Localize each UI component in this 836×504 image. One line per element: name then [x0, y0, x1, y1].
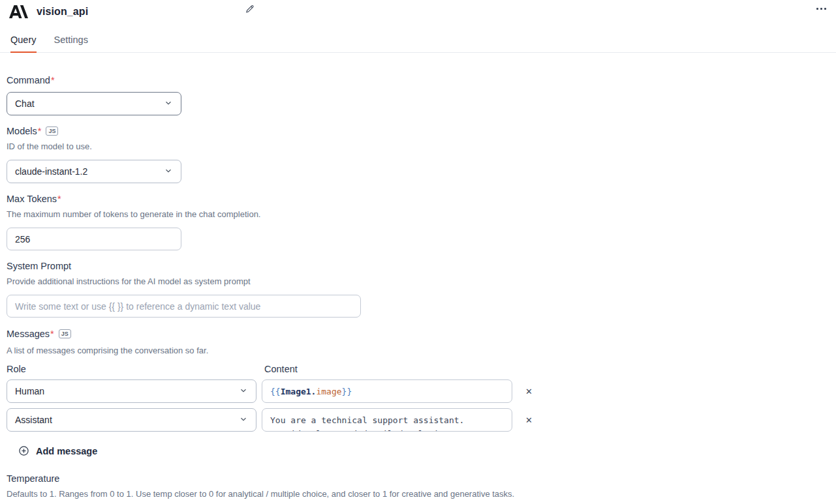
app-root: vision_api Query Settings [0, 0, 836, 504]
page-title: vision_api [37, 6, 88, 18]
models-label: Models* JS [7, 126, 829, 136]
command-select-value: Chat [15, 98, 35, 109]
required-asterisk: * [57, 194, 61, 204]
messages-column-headers: Role Content [7, 364, 829, 374]
pencil-icon [245, 6, 255, 16]
template-property: image [316, 387, 341, 396]
content-column-header: Content [262, 364, 298, 374]
max-tokens-input[interactable] [7, 228, 181, 250]
system-prompt-input[interactable] [7, 295, 361, 318]
command-field: Command* Chat [7, 75, 829, 115]
max-tokens-field: Max Tokens* The maximum number of tokens… [7, 194, 829, 250]
chevron-down-icon [164, 166, 173, 177]
models-field: Models* JS ID of the model to use. claud… [7, 126, 829, 183]
tab-query[interactable]: Query [10, 35, 37, 53]
chevron-down-icon [239, 415, 248, 426]
tab-settings[interactable]: Settings [54, 35, 88, 52]
anthropic-logo [9, 5, 28, 18]
system-prompt-field: System Prompt Provide additional instruc… [7, 261, 829, 318]
remove-message-button[interactable]: ✕ [523, 413, 535, 427]
messages-helper-text: A list of messages comprising the conver… [7, 346, 829, 355]
temperature-helper-text: Defaults to 1. Ranges from 0 to 1. Use t… [7, 489, 829, 499]
command-label: Command* [7, 75, 829, 85]
close-icon: ✕ [525, 415, 533, 425]
js-badge[interactable]: JS [46, 126, 58, 136]
message-content-input[interactable]: You are a technical support assistant. P… [262, 408, 512, 432]
messages-field: Messages* JS A list of messages comprisi… [7, 329, 829, 458]
message-row: Human {{Image1.image}} ✕ [7, 379, 829, 403]
messages-label: Messages* JS [7, 329, 829, 339]
tab-settings-label: Settings [54, 35, 88, 45]
plus-circle-icon [18, 445, 29, 456]
add-message-button[interactable]: Add message [17, 444, 99, 458]
ellipsis-icon [816, 8, 826, 10]
system-prompt-label: System Prompt [7, 261, 829, 271]
required-asterisk: * [51, 75, 55, 85]
role-column-header: Role [7, 364, 262, 374]
header-bar: vision_api [0, 0, 836, 20]
required-asterisk: * [38, 126, 42, 136]
temperature-label: Temperature [7, 473, 829, 484]
add-message-label: Add message [36, 446, 97, 456]
more-options-button[interactable] [814, 6, 828, 12]
edit-title-button[interactable] [243, 3, 256, 16]
message-row: Assistant You are a technical support as… [7, 408, 829, 432]
required-asterisk: * [50, 329, 54, 339]
models-helper-text: ID of the model to use. [7, 141, 829, 151]
js-badge[interactable]: JS [59, 329, 71, 338]
role-select-assistant[interactable]: Assistant [7, 408, 256, 432]
template-object: Image1. [281, 387, 317, 396]
system-prompt-helper-text: Provide additional instructions for the … [7, 276, 829, 286]
template-brace-close: }} [342, 387, 352, 396]
role-select-value: Assistant [15, 415, 52, 425]
role-select-value: Human [15, 386, 44, 396]
command-select[interactable]: Chat [7, 92, 181, 115]
chevron-down-icon [164, 98, 173, 110]
max-tokens-label: Max Tokens* [7, 194, 829, 204]
query-form: Command* Chat Models* JS ID of the model… [0, 53, 836, 504]
models-select[interactable]: claude-instant-1.2 [7, 160, 181, 183]
template-brace-open: {{ [270, 387, 281, 396]
tab-query-label: Query [10, 35, 37, 45]
close-icon: ✕ [525, 387, 533, 396]
temperature-field: Temperature Defaults to 1. Ranges from 0… [7, 473, 829, 504]
max-tokens-helper-text: The maximum number of tokens to generate… [7, 209, 829, 219]
chevron-down-icon [239, 386, 248, 397]
message-content-input[interactable]: {{Image1.image}} [262, 379, 512, 403]
role-select-human[interactable]: Human [7, 379, 256, 403]
remove-message-button[interactable]: ✕ [523, 385, 535, 398]
tab-bar: Query Settings [0, 35, 836, 53]
models-select-value: claude-instant-1.2 [15, 166, 87, 177]
